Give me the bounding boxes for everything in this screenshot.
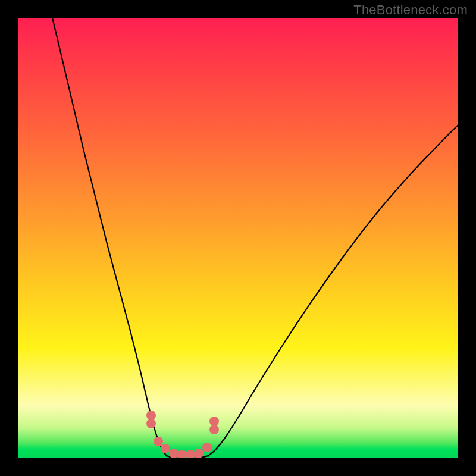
marker-left-upper-pair-a: [146, 411, 156, 420]
marker-trough-1: [169, 449, 178, 458]
marker-left-band-1: [154, 437, 163, 446]
watermark-text: TheBottleneck.com: [353, 2, 468, 18]
marker-trough-4: [194, 449, 203, 458]
curve-svg: [18, 18, 458, 458]
plot-area: [18, 18, 458, 458]
marker-group: [146, 411, 219, 458]
marker-right-upper-pair-b: [209, 416, 219, 426]
marker-trough-2: [177, 450, 187, 458]
marker-right-upper-pair-a: [209, 425, 219, 434]
marker-left-band-2: [161, 444, 170, 453]
bottleneck-curve: [52, 18, 458, 458]
marker-left-upper-pair-b: [146, 419, 156, 428]
marker-right-band-1: [202, 443, 212, 452]
chart-frame: TheBottleneck.com: [0, 0, 476, 476]
marker-trough-3: [186, 450, 195, 458]
